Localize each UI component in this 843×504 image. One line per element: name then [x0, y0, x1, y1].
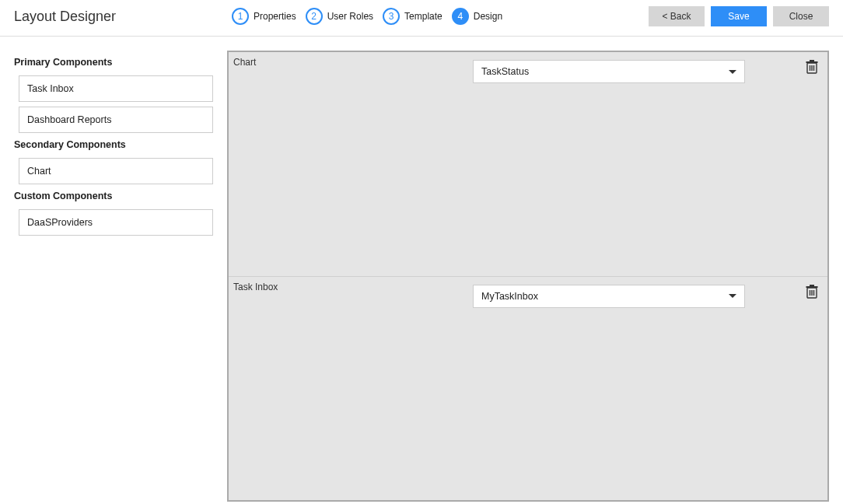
select-value: TaskStatus [481, 66, 529, 77]
row-label: Chart [233, 55, 467, 68]
canvas-row-task-inbox[interactable]: Task Inbox MyTaskInbox [229, 277, 827, 501]
step-number: 2 [306, 8, 323, 25]
step-label: Properties [254, 11, 296, 22]
component-daas-providers[interactable]: DaaSProviders [19, 209, 213, 236]
step-properties[interactable]: 1 Properties [232, 8, 301, 25]
svg-rect-11 [810, 285, 814, 286]
chart-select[interactable]: TaskStatus [473, 60, 745, 83]
group-title-custom: Custom Components [14, 191, 213, 201]
step-number: 1 [232, 8, 249, 25]
step-label: Design [474, 11, 502, 22]
component-dashboard-reports[interactable]: Dashboard Reports [19, 107, 213, 133]
page-title: Layout Designer [14, 9, 232, 25]
group-title-primary: Primary Components [14, 57, 213, 68]
step-label: User Roles [327, 11, 373, 22]
chevron-down-icon [729, 70, 736, 74]
close-button[interactable]: Close [773, 6, 829, 26]
step-user-roles[interactable]: 2 User Roles [306, 8, 378, 25]
svg-rect-10 [806, 286, 818, 288]
chevron-down-icon [729, 294, 736, 298]
header: Layout Designer 1 Properties 2 User Role… [0, 0, 843, 37]
step-number: 4 [452, 8, 469, 25]
trash-icon [806, 285, 818, 299]
row-label: Task Inbox [233, 280, 467, 292]
back-button[interactable]: < Back [649, 6, 705, 26]
svg-rect-4 [806, 61, 818, 63]
wizard-stepper: 1 Properties 2 User Roles 3 Template 4 D… [232, 8, 649, 25]
canvas-wrap: Chart TaskStatus [227, 51, 829, 502]
step-template[interactable]: 3 Template [383, 8, 447, 25]
svg-rect-5 [810, 60, 814, 61]
select-value: MyTaskInbox [481, 291, 538, 302]
step-label: Template [404, 11, 442, 22]
component-palette: Primary Components Task Inbox Dashboard … [9, 51, 227, 502]
body: Primary Components Task Inbox Dashboard … [0, 37, 843, 502]
step-number: 3 [383, 8, 400, 25]
delete-row-button[interactable] [806, 285, 818, 299]
trash-icon [806, 60, 818, 74]
component-task-inbox[interactable]: Task Inbox [19, 75, 213, 102]
canvas-row-chart[interactable]: Chart TaskStatus [229, 52, 827, 277]
task-inbox-select[interactable]: MyTaskInbox [473, 285, 745, 308]
save-button[interactable]: Save [711, 6, 767, 26]
component-chart[interactable]: Chart [19, 158, 213, 184]
delete-row-button[interactable] [806, 60, 818, 74]
header-actions: < Back Save Close [649, 6, 829, 26]
group-title-secondary: Secondary Components [14, 139, 213, 150]
step-design[interactable]: 4 Design [452, 8, 507, 25]
design-canvas[interactable]: Chart TaskStatus [227, 51, 829, 502]
